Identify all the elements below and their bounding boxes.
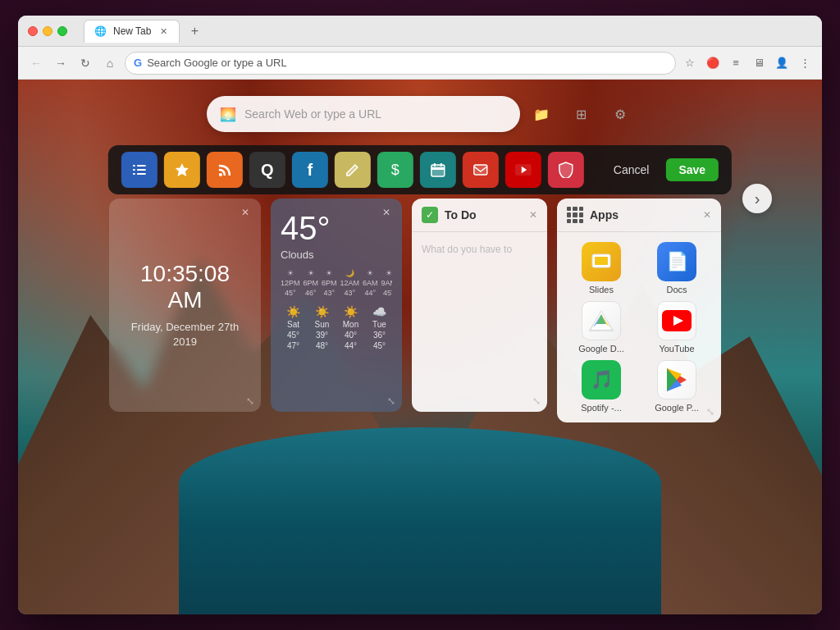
weather-hour: ☀6AM44° xyxy=(363,269,378,297)
youtube-icon xyxy=(657,301,696,340)
svg-rect-0 xyxy=(133,165,135,167)
grid-dot xyxy=(567,219,571,223)
traffic-lights xyxy=(28,26,67,36)
todo-title: To Do xyxy=(445,208,523,221)
grid-dot xyxy=(567,212,571,217)
svg-rect-3 xyxy=(137,169,146,171)
app-youtube[interactable]: YouTube xyxy=(642,301,711,354)
app-docs[interactable]: 📄 Docs xyxy=(642,242,711,294)
quicklink-calendar[interactable] xyxy=(420,152,456,188)
weather-day-mon: ☀️Mon40°44° xyxy=(338,305,363,350)
refresh-button[interactable]: ↻ xyxy=(75,53,95,73)
search-icon: 🌅 xyxy=(220,107,236,122)
svg-rect-12 xyxy=(474,165,487,175)
todo-check-icon: ✓ xyxy=(422,207,438,223)
tab-close-button[interactable]: ✕ xyxy=(158,25,169,37)
quick-links-bar: Q f $ Canc xyxy=(108,145,732,194)
search-overlay: 🌅 Search Web or type a URL 📁 ⊞ ⚙ xyxy=(207,96,633,132)
weather-widget-close[interactable]: ✕ xyxy=(379,205,394,220)
profile-avatar[interactable]: 👤 xyxy=(773,54,791,72)
minimize-window-button[interactable] xyxy=(43,26,52,36)
quicklink-facebook[interactable]: f xyxy=(292,152,328,188)
slides-icon xyxy=(582,242,621,281)
grid-dot xyxy=(579,207,583,211)
new-tab-button[interactable]: + xyxy=(186,23,203,39)
gdrive-icon xyxy=(582,301,621,340)
quicklink-rss[interactable] xyxy=(207,152,243,188)
quicklink-lists[interactable] xyxy=(121,152,158,188)
svg-rect-9 xyxy=(431,167,445,170)
quicklink-shield[interactable] xyxy=(548,152,584,188)
folder-icon[interactable]: 📁 xyxy=(528,101,555,127)
nav-bar: ← → ↻ ⌂ G Search Google or type a URL ☆ … xyxy=(18,47,822,80)
app-slides[interactable]: Slides xyxy=(567,242,636,294)
gdrive-label: Google D... xyxy=(578,344,624,354)
todo-placeholder: What do you have to xyxy=(412,232,547,267)
next-arrow-button[interactable]: › xyxy=(742,184,772,213)
grid-dot xyxy=(573,207,577,211)
widgets-area: ✕ 10:35:08 AM Friday, December 27th 2019… xyxy=(109,199,731,422)
forward-button[interactable]: → xyxy=(51,53,71,73)
grid-dot xyxy=(573,219,577,223)
grid-dot xyxy=(579,212,583,217)
slides-label: Slides xyxy=(589,285,614,294)
apps-widget: Apps ✕ Slides 📄 Docs xyxy=(557,199,721,422)
svg-rect-8 xyxy=(431,165,445,176)
google-icon: G xyxy=(134,57,142,69)
app-gplay[interactable]: Google P... xyxy=(642,360,711,413)
app-spotify[interactable]: 🎵 Spotify -... xyxy=(567,360,636,413)
close-window-button[interactable] xyxy=(28,26,38,36)
weather-hour: ☀6PM46° xyxy=(304,269,319,297)
tab-bar: 🌐 New Tab ✕ + xyxy=(84,20,812,43)
settings-icon[interactable]: ⚙ xyxy=(607,101,633,127)
todo-widget: ✓ To Do ✕ What do you have to ⤡ xyxy=(412,199,547,412)
search-bar[interactable]: 🌅 Search Web or type a URL xyxy=(207,96,520,132)
apps-grid-icon xyxy=(567,207,583,223)
youtube-label: YouTube xyxy=(659,344,694,354)
apps-resize-handle[interactable]: ⤡ xyxy=(706,406,714,418)
more-button[interactable]: ⋮ xyxy=(796,54,814,72)
spotify-icon: 🎵 xyxy=(582,360,621,399)
quicklink-quora[interactable]: Q xyxy=(249,152,285,188)
title-bar: 🌐 New Tab ✕ + xyxy=(18,16,822,47)
weather-day-tue: ☁️Tue36°45° xyxy=(367,305,392,350)
quicklink-youtube[interactable] xyxy=(505,152,541,188)
bookmark-button[interactable]: ☆ xyxy=(681,54,699,72)
weather-hour: 🌙12AM43° xyxy=(340,269,360,297)
quicklink-edit[interactable] xyxy=(335,152,371,188)
todo-close-button[interactable]: ✕ xyxy=(529,209,537,221)
save-button[interactable]: Save xyxy=(665,158,719,181)
tovino-extension[interactable]: 🔴 xyxy=(704,54,722,72)
apps-title: Apps xyxy=(590,208,696,221)
weather-hourly: ☀12PM45° ☀6PM46° ☀6PM43° 🌙12AM43° ☀6AM44… xyxy=(281,269,392,297)
quicklink-favorites[interactable] xyxy=(164,152,200,188)
weather-widget: ✕ 45° Clouds ☀12PM45° ☀6PM46° ☀6PM43° 🌙1… xyxy=(271,199,402,412)
clock-widget-close[interactable]: ✕ xyxy=(238,205,253,220)
todo-resize-handle[interactable]: ⤡ xyxy=(532,395,541,407)
maximize-window-button[interactable] xyxy=(57,26,67,36)
weather-resize-handle[interactable]: ⤡ xyxy=(387,395,395,407)
home-button[interactable]: ⌂ xyxy=(100,53,120,73)
clock-widget: ✕ 10:35:08 AM Friday, December 27th 2019… xyxy=(109,199,261,412)
grid-icon[interactable]: ⊞ xyxy=(568,101,594,127)
weather-hour: ☀12PM45° xyxy=(281,269,300,297)
app-gdrive[interactable]: Google D... xyxy=(567,301,636,354)
apps-grid: Slides 📄 Docs xyxy=(557,232,721,422)
search-placeholder: Search Web or type a URL xyxy=(244,107,507,121)
main-content: 🌅 Search Web or type a URL 📁 ⊞ ⚙ xyxy=(18,80,822,614)
quicklink-money[interactable]: $ xyxy=(377,152,413,188)
quicklink-email[interactable] xyxy=(463,152,499,188)
svg-rect-4 xyxy=(133,173,135,175)
cancel-button[interactable]: Cancel xyxy=(604,158,660,181)
buffer-extension[interactable]: ≡ xyxy=(727,54,745,72)
active-tab[interactable]: 🌐 New Tab ✕ xyxy=(84,20,180,43)
apps-close-button[interactable]: ✕ xyxy=(703,209,711,221)
screencast-extension[interactable]: 🖥 xyxy=(750,54,768,72)
gplay-label: Google P... xyxy=(655,403,699,413)
tab-title: New Tab xyxy=(113,25,151,37)
clock-resize-handle[interactable]: ⤡ xyxy=(246,395,254,407)
weather-condition: Clouds xyxy=(281,249,392,261)
weather-day-sun: ☀️Sun39°48° xyxy=(309,305,335,350)
back-button[interactable]: ← xyxy=(26,53,46,73)
address-bar[interactable]: G Search Google or type a URL xyxy=(125,52,676,75)
